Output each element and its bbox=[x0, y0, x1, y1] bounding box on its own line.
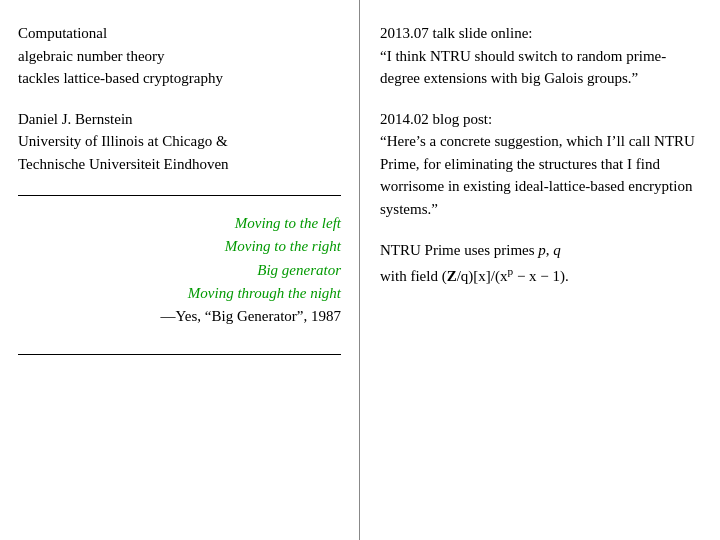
right-panel: 2013.07 talk slide online: “I think NTRU… bbox=[360, 0, 720, 540]
math-p: p bbox=[538, 242, 546, 258]
poem-line2: Moving to the right bbox=[18, 235, 341, 258]
math-text2: with field (Z/q)[x]/(xp − x − 1). bbox=[380, 268, 569, 284]
poem-line1: Moving to the left bbox=[18, 212, 341, 235]
title-line1: Computational bbox=[18, 22, 341, 45]
section2: 2014.02 blog post: “Here’s a concrete su… bbox=[380, 108, 700, 221]
math-Z: Z bbox=[447, 268, 457, 284]
title-line3: tackles lattice-based cryptography bbox=[18, 67, 341, 90]
section3-math: NTRU Prime uses primes p, q with field (… bbox=[380, 238, 700, 288]
section1-quote: “I think NTRU should switch to random pr… bbox=[380, 45, 700, 90]
math-text1: NTRU Prime uses primes bbox=[380, 242, 538, 258]
author-block: Daniel J. Bernstein University of Illino… bbox=[18, 108, 341, 176]
divider-bottom bbox=[18, 354, 341, 355]
section1: 2013.07 talk slide online: “I think NTRU… bbox=[380, 22, 700, 90]
section2-label: 2014.02 blog post: bbox=[380, 108, 700, 131]
poem-line3: Big generator bbox=[18, 259, 341, 282]
affiliation1: University of Illinois at Chicago & bbox=[18, 130, 341, 153]
section2-quote: “Here’s a concrete suggestion, which I’l… bbox=[380, 130, 700, 220]
title-line2: algebraic number theory bbox=[18, 45, 341, 68]
page-container: Computational algebraic number theory ta… bbox=[0, 0, 720, 540]
left-panel: Computational algebraic number theory ta… bbox=[0, 0, 360, 540]
math-p-sup: p bbox=[508, 265, 514, 277]
title-block: Computational algebraic number theory ta… bbox=[18, 22, 341, 90]
affiliation2: Technische Universiteit Eindhoven bbox=[18, 153, 341, 176]
divider-top bbox=[18, 195, 341, 196]
poem-attribution: —Yes, “Big Generator”, 1987 bbox=[18, 305, 341, 328]
author-name: Daniel J. Bernstein bbox=[18, 108, 341, 131]
poem-line4: Moving through the night bbox=[18, 282, 341, 305]
section1-label: 2013.07 talk slide online: bbox=[380, 22, 700, 45]
math-q: q bbox=[553, 242, 561, 258]
poem-block: Moving to the left Moving to the right B… bbox=[18, 212, 341, 328]
